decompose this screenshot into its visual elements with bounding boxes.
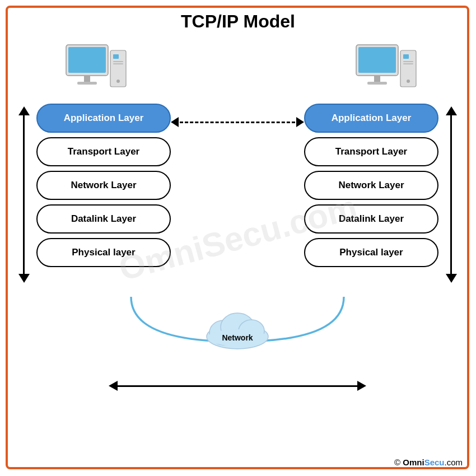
- copyright-bar: © OmniSecu.com: [394, 458, 463, 467]
- arrow-down-head: [18, 274, 30, 283]
- left-computer: [56, 42, 129, 106]
- svg-rect-16: [403, 63, 413, 64]
- left-datalink-layer: Datalink Layer: [36, 204, 171, 234]
- arrow-up-head: [18, 106, 30, 115]
- arrow-right-head: [296, 117, 304, 127]
- svg-rect-7: [113, 63, 123, 64]
- svg-rect-11: [374, 76, 380, 82]
- svg-rect-1: [68, 47, 106, 73]
- svg-point-8: [116, 80, 120, 83]
- dashed-arrow: [171, 117, 304, 127]
- right-arrow-down-head: [446, 274, 457, 283]
- right-network-layer: Network Layer: [304, 171, 438, 200]
- left-transport-layer: Transport Layer: [36, 137, 171, 166]
- bottom-arrow-line: [118, 385, 357, 387]
- right-layers-column: Application Layer Transport Layer Networ…: [304, 104, 438, 267]
- dashed-line: [180, 122, 295, 123]
- right-computer: [346, 42, 419, 106]
- brand-omni: Omni: [403, 458, 424, 467]
- svg-text:Network: Network: [222, 333, 253, 342]
- right-physical-layer: Physical layer: [304, 238, 438, 267]
- cloud-icon: Network: [198, 306, 277, 356]
- copyright-symbol: ©: [394, 458, 403, 467]
- svg-rect-5: [113, 54, 119, 59]
- middle-connection: [171, 104, 304, 127]
- svg-rect-12: [367, 82, 387, 85]
- right-transport-layer: Transport Layer: [304, 137, 438, 166]
- cloud-svg: Network: [198, 306, 277, 353]
- right-datalink-layer: Datalink Layer: [304, 204, 438, 234]
- right-vertical-arrow: [438, 104, 464, 283]
- arc-container: Network: [97, 297, 377, 347]
- right-arrow-line: [450, 115, 452, 274]
- left-application-layer: Application Layer: [36, 104, 171, 133]
- bottom-arrow-left-head: [109, 381, 118, 391]
- brand-domain: .com: [444, 458, 463, 467]
- right-application-layer: Application Layer: [304, 104, 438, 133]
- arrow-left-head: [171, 117, 179, 127]
- brand-secu: Secu: [424, 458, 445, 467]
- left-vertical-arrow: [11, 104, 36, 283]
- svg-rect-2: [84, 76, 90, 82]
- left-layers-column: Application Layer Transport Layer Networ…: [36, 104, 171, 267]
- svg-rect-6: [113, 61, 123, 62]
- svg-point-17: [407, 80, 410, 83]
- arrow-line: [23, 115, 25, 274]
- left-physical-layer: Physical layer: [36, 238, 171, 267]
- network-section: Network: [11, 297, 464, 391]
- svg-rect-10: [358, 47, 396, 73]
- svg-rect-15: [403, 61, 413, 62]
- right-arrow-up-head: [446, 106, 457, 115]
- svg-rect-14: [403, 54, 409, 59]
- bottom-arrow: [109, 381, 366, 391]
- bottom-arrow-right-head: [357, 381, 366, 391]
- left-network-layer: Network Layer: [36, 171, 171, 200]
- svg-rect-3: [77, 82, 97, 85]
